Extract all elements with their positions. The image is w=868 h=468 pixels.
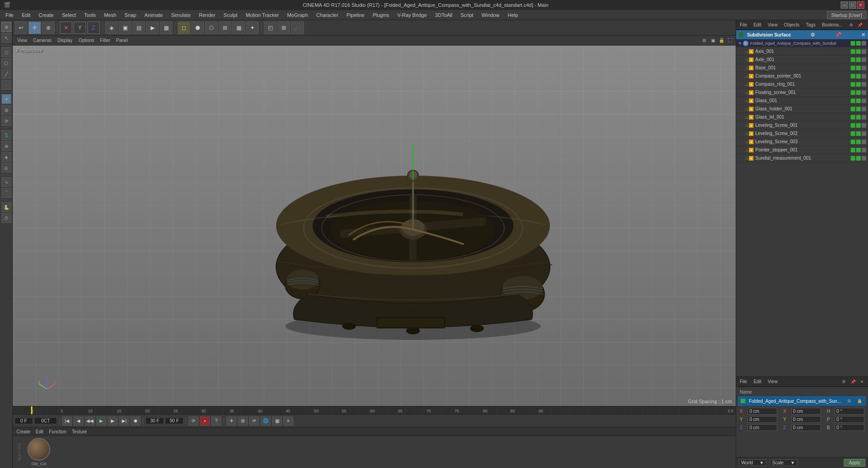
frame-start-display[interactable]: 0 F: [15, 417, 33, 424]
attr-settings-icon[interactable]: ⚙: [840, 378, 848, 385]
vp-view-menu[interactable]: View: [15, 37, 30, 43]
close-button[interactable]: ✕: [857, 1, 864, 9]
layout-dropdown[interactable]: Startup [User]: [827, 11, 866, 19]
obj-level-screw-3[interactable]: △ ▲ Leveling_Screw_003: [736, 138, 868, 146]
transform-y-button[interactable]: Y: [73, 21, 86, 34]
menu-motion-tracker[interactable]: Motion Tracker: [242, 11, 282, 19]
undo-button[interactable]: ↩: [15, 21, 27, 34]
menu-file[interactable]: File: [2, 11, 17, 19]
tool-timeline[interactable]: ⏱: [1, 213, 11, 223]
attr-pin-icon[interactable]: 📌: [849, 378, 857, 385]
subdiv-close-icon[interactable]: ✕: [861, 32, 865, 38]
render-settings-button[interactable]: ▦: [160, 21, 173, 34]
frame-current-display[interactable]: 0CT: [34, 417, 57, 424]
menu-simulate[interactable]: Simulate: [167, 11, 194, 19]
obj-level-screw-1[interactable]: △ ▲ Leveling_Screw_001: [736, 121, 868, 130]
menu-sculpt[interactable]: Sculpt: [220, 11, 241, 19]
attr-view-menu[interactable]: View: [766, 379, 779, 384]
obj-glass-001[interactable]: △ ▲ Glass_001: [736, 97, 868, 105]
p-input[interactable]: [835, 416, 864, 423]
obj-glass-holder[interactable]: △ ▲ Glass_holder_001: [736, 105, 868, 113]
tool-point-mode[interactable]: ·: [1, 80, 11, 90]
obj-axis-001[interactable]: △ ▲ Axis_001: [736, 47, 868, 56]
menu-3dtoall[interactable]: 3DToAll: [431, 11, 456, 19]
menu-mograph[interactable]: MoGraph: [283, 11, 312, 19]
pos-z-input[interactable]: [748, 424, 777, 431]
step-forward-button[interactable]: ▶: [108, 416, 118, 426]
vp-cameras-menu[interactable]: Cameras: [31, 37, 55, 43]
obj-sundial-measurement[interactable]: △ ▲ Sundial_measurement_001: [736, 154, 868, 162]
tool-move[interactable]: ⊕: [1, 22, 11, 32]
tool-python[interactable]: 🐍: [1, 202, 11, 212]
h-input[interactable]: [835, 408, 864, 415]
world-tool-transport[interactable]: 🌐: [261, 416, 271, 426]
obj-glass-lid[interactable]: △ ▲ Glass_lid_001: [736, 113, 868, 121]
object-mode-button[interactable]: ◻: [178, 21, 190, 34]
tool-paint[interactable]: ⊗: [1, 141, 11, 151]
menu-window[interactable]: Window: [478, 11, 503, 19]
obj-panel-pin[interactable]: 📌: [856, 21, 864, 29]
play-back-button[interactable]: ◀◀: [85, 416, 95, 426]
viewport-1-button[interactable]: ◰: [264, 21, 277, 34]
world-dropdown[interactable]: World ▼: [739, 459, 766, 466]
loop-button[interactable]: ⟳: [188, 416, 199, 426]
obj-axle-001[interactable]: △ ▲ Axle_001: [736, 56, 868, 64]
rotate-tool-transport[interactable]: ⟳: [249, 416, 259, 426]
vp-panel-menu[interactable]: Panel: [114, 37, 131, 43]
obj-base-001[interactable]: △ ▲ Base_001: [736, 64, 868, 72]
menu-mesh[interactable]: Mesh: [100, 11, 120, 19]
subdiv-pin-icon[interactable]: 📌: [835, 32, 842, 38]
vp-display-menu[interactable]: Display: [55, 37, 75, 43]
pos-x2-input[interactable]: [791, 408, 821, 415]
tool-loop-selection[interactable]: ◎: [1, 163, 11, 173]
material-old-col[interactable]: Old_Col: [27, 438, 50, 466]
tool-knife[interactable]: ◈: [1, 152, 11, 162]
mat-function-menu[interactable]: Function: [47, 429, 68, 434]
attr-edit-menu[interactable]: Edit: [752, 379, 763, 384]
menu-help[interactable]: Help: [504, 11, 522, 19]
obj-edit-menu[interactable]: Edit: [752, 22, 763, 27]
menu-animate[interactable]: Animate: [141, 11, 167, 19]
tool-render[interactable]: 💲: [1, 130, 11, 140]
menu-render[interactable]: Render: [195, 11, 219, 19]
vp-lock-icon[interactable]: 🔒: [718, 37, 725, 44]
viewport-4-button[interactable]: ⊞: [277, 21, 290, 34]
apply-button[interactable]: Apply: [844, 459, 865, 467]
minimize-button[interactable]: ─: [841, 1, 848, 9]
snap-mode-button[interactable]: ⊞: [219, 21, 231, 34]
pos-y-input[interactable]: [748, 416, 777, 423]
render-region-button[interactable]: ▤: [132, 21, 145, 34]
vp-render-icon[interactable]: ▣: [709, 37, 716, 44]
jump-start-button[interactable]: |◀: [62, 416, 72, 426]
grid-tool-transport[interactable]: ▦: [272, 416, 282, 426]
scale-tool-transport[interactable]: ⊞: [238, 416, 248, 426]
tool-object-mode[interactable]: ◻: [1, 47, 11, 57]
fps-display[interactable]: 30 F: [146, 417, 164, 424]
render-interactive-button[interactable]: ▶: [146, 21, 159, 34]
record-button[interactable]: ⏺: [131, 416, 141, 426]
pos-y2-input[interactable]: [791, 416, 821, 423]
tool-edge-mode[interactable]: ╱: [1, 69, 11, 79]
obj-root[interactable]: ▼ L Folded_Aged_Antique_Compass_with_Sun…: [736, 39, 868, 47]
attr-copy-icon[interactable]: ⊞: [845, 397, 853, 405]
obj-fixating-screw[interactable]: △ ▲ Fixating_screw_001: [736, 88, 868, 97]
tool-scale[interactable]: ⊞: [1, 105, 11, 115]
tool-poly-mode[interactable]: ⬡: [1, 58, 11, 68]
mat-edit-menu[interactable]: Edit: [34, 429, 45, 434]
obj-bookmarks-menu[interactable]: Bookma...: [820, 22, 844, 27]
obj-tags-menu[interactable]: Tags: [804, 22, 817, 27]
tool-rotate[interactable]: ⟳: [1, 116, 11, 126]
menu-create[interactable]: Create: [35, 11, 58, 19]
material-swatch-old-col[interactable]: [27, 438, 50, 461]
menu-tools[interactable]: Tools: [80, 11, 99, 19]
viewport-3d[interactable]: Perspective: [13, 46, 736, 406]
vp-zoom-icon[interactable]: ⊞: [701, 37, 708, 44]
timeline-bar[interactable]: 0 5 10 15 20 25 30 35 40 45 50 55 60 65 …: [13, 406, 736, 414]
vp-fullscreen-icon[interactable]: ⛶: [727, 37, 734, 44]
vp-options-menu[interactable]: Options: [76, 37, 97, 43]
obj-pointer-stopper[interactable]: △ ▲ Pointer_stopper_001: [736, 146, 868, 154]
menu-script[interactable]: Script: [457, 11, 477, 19]
more-transport[interactable]: ≡: [283, 416, 293, 426]
move-tool-transport[interactable]: ✛: [226, 416, 236, 426]
transform-x-button[interactable]: ✕: [60, 21, 73, 34]
